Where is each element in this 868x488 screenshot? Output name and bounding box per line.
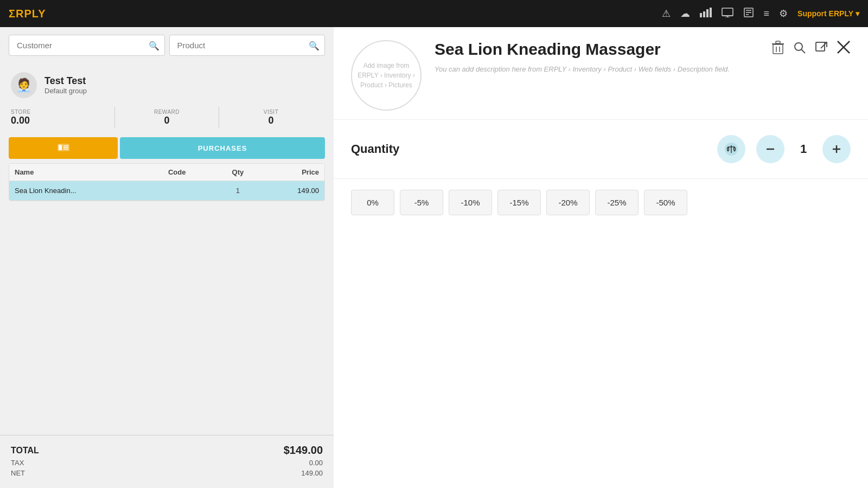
quantity-increase-button[interactable] — [822, 135, 851, 163]
svg-rect-13 — [59, 145, 62, 150]
display-icon[interactable] — [722, 8, 733, 20]
quantity-section: Quantity 1 — [334, 120, 868, 179]
store-label: STORE — [11, 109, 114, 115]
tax-label: TAX — [11, 459, 24, 467]
search-bar-row: 🔍 🔍 — [0, 27, 334, 63]
receipt-icon[interactable] — [743, 8, 754, 20]
stats-row: STORE 0.00 REWARD 0 VISIT 0 — [0, 107, 334, 137]
col-code: Code — [136, 168, 218, 176]
settings-icon[interactable]: ⚙ — [779, 8, 788, 20]
product-info: Sea Lion Kneading Massager You can add d… — [435, 40, 758, 75]
customer-search-input[interactable] — [9, 35, 165, 56]
discount-button[interactable]: -5% — [400, 190, 443, 215]
discount-button[interactable]: -25% — [595, 190, 639, 215]
navbar-right: ⚠ ☁ ≡ ⚙ — [662, 8, 859, 20]
customer-info: 🧑‍💼 Test Test Default group — [0, 63, 334, 107]
svg-rect-1 — [703, 11, 705, 17]
external-link-icon[interactable] — [815, 41, 828, 57]
total-row: TOTAL $149.00 — [11, 444, 323, 457]
purchases-button[interactable]: PURCHASES — [120, 137, 325, 159]
svg-rect-4 — [722, 8, 733, 16]
customer-details: Test Test Default group — [44, 75, 87, 95]
signal-icon[interactable] — [700, 8, 712, 20]
search-icon[interactable] — [793, 41, 806, 57]
reward-value: 0 — [115, 115, 219, 126]
discount-button[interactable]: -50% — [644, 190, 687, 215]
row-name: Sea Lion Kneadin... — [15, 187, 136, 195]
product-actions — [771, 40, 851, 58]
product-search-icon[interactable]: 🔍 — [309, 40, 320, 50]
image-placeholder-text: Add image from ERPLY › Inventory › Produ… — [352, 61, 420, 90]
cloud-icon[interactable]: ☁ — [680, 8, 690, 20]
avatar: 🧑‍💼 — [11, 72, 37, 98]
logo-text: ΣRPLY — [9, 8, 46, 20]
balance-button[interactable] — [717, 135, 745, 163]
logo: ΣRPLY — [9, 8, 46, 20]
table-row[interactable]: Sea Lion Kneadin... 1 149.00 — [9, 181, 324, 201]
total-label: TOTAL — [11, 446, 39, 455]
net-value: 149.00 — [301, 469, 323, 477]
net-label: NET — [11, 469, 25, 477]
list-view-button[interactable] — [9, 137, 118, 159]
main-container: 🔍 🔍 🧑‍💼 Test Test Default group STORE 0.… — [0, 27, 868, 488]
net-row: NET 149.00 — [11, 469, 323, 477]
stat-store: STORE 0.00 — [11, 107, 115, 129]
cart-table: Name Code Qty Price Sea Lion Kneadin... … — [9, 163, 325, 201]
product-image: Add image from ERPLY › Inventory › Produ… — [351, 40, 422, 111]
store-value: 0.00 — [11, 115, 114, 126]
left-panel: 🔍 🔍 🧑‍💼 Test Test Default group STORE 0.… — [0, 27, 334, 488]
svg-rect-18 — [776, 41, 780, 43]
navbar: ΣRPLY ⚠ ☁ — [0, 0, 868, 27]
menu-icon[interactable]: ≡ — [764, 8, 770, 20]
visit-label: VISIT — [219, 109, 323, 115]
close-icon[interactable] — [837, 40, 851, 58]
visit-value: 0 — [219, 115, 323, 126]
col-name: Name — [15, 168, 136, 176]
col-price: Price — [258, 168, 319, 176]
customer-group: Default group — [44, 87, 87, 95]
right-panel: Add image from ERPLY › Inventory › Produ… — [334, 27, 868, 488]
cart-table-header: Name Code Qty Price — [9, 164, 324, 181]
discount-button[interactable]: 0% — [351, 190, 394, 215]
stat-reward: REWARD 0 — [115, 107, 219, 129]
svg-rect-0 — [700, 13, 702, 17]
product-header: Add image from ERPLY › Inventory › Produ… — [334, 27, 868, 120]
svg-rect-3 — [710, 8, 712, 17]
tax-value: 0.00 — [309, 459, 323, 467]
discount-button[interactable]: -10% — [449, 190, 492, 215]
customer-name: Test Test — [44, 75, 87, 87]
svg-rect-24 — [816, 42, 825, 51]
quantity-decrease-button[interactable] — [756, 135, 784, 163]
svg-rect-2 — [706, 9, 709, 17]
svg-line-25 — [821, 42, 827, 48]
svg-rect-19 — [773, 44, 783, 54]
product-search-input[interactable] — [169, 35, 326, 56]
customer-search-wrapper: 🔍 — [9, 35, 165, 56]
svg-point-22 — [795, 43, 802, 50]
product-title: Sea Lion Kneading Massager — [435, 40, 758, 59]
chevron-down-icon: ▾ — [856, 9, 859, 18]
discount-section: 0%-5%-10%-15%-20%-25%-50% — [334, 179, 868, 226]
total-section: TOTAL $149.00 TAX 0.00 NET 149.00 — [0, 435, 334, 488]
quantity-value: 1 — [795, 142, 812, 156]
col-qty: Qty — [218, 168, 258, 176]
total-value: $149.00 — [284, 444, 323, 457]
support-button[interactable]: Support ERPLY ▾ — [797, 9, 859, 18]
alert-icon[interactable]: ⚠ — [662, 8, 671, 20]
action-buttons: PURCHASES — [9, 137, 325, 159]
discount-button[interactable]: -15% — [497, 190, 541, 215]
svg-line-23 — [801, 49, 805, 53]
discount-button[interactable]: -20% — [546, 190, 590, 215]
product-description: You can add description here from ERPLY … — [435, 64, 758, 75]
quantity-label: Quantity — [351, 142, 706, 156]
reward-label: REWARD — [115, 109, 219, 115]
delete-icon[interactable] — [771, 41, 784, 58]
product-search-wrapper: 🔍 — [169, 35, 326, 56]
customer-search-icon[interactable]: 🔍 — [149, 40, 159, 50]
support-label: Support ERPLY — [797, 9, 853, 18]
row-qty: 1 — [218, 187, 258, 195]
stat-visit: VISIT 0 — [219, 107, 323, 129]
row-price: 149.00 — [258, 187, 319, 195]
tax-row: TAX 0.00 — [11, 459, 323, 467]
